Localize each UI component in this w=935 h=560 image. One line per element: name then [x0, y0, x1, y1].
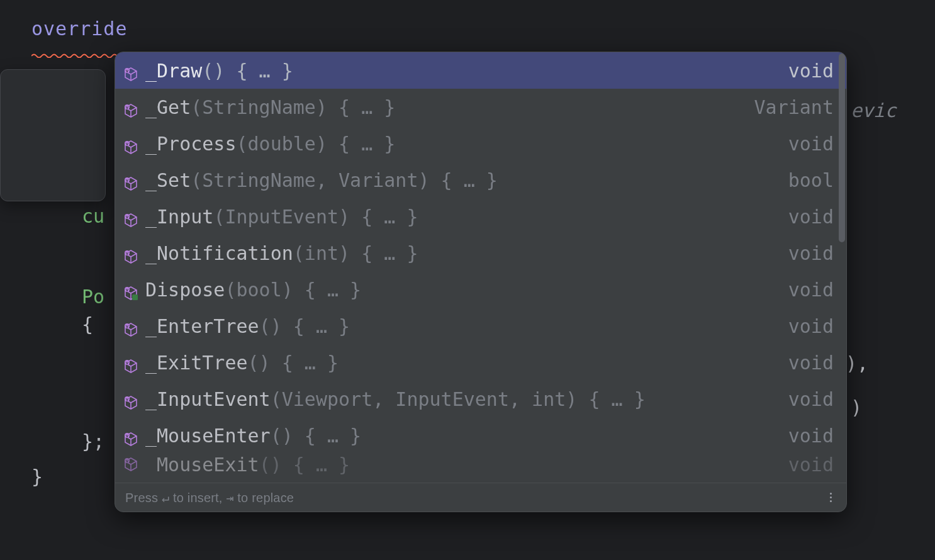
- bg-code-fragment: cu: [82, 205, 104, 227]
- completion-method-signature: (InputEvent) { … }: [213, 206, 418, 228]
- completion-method-signature: () { … }: [202, 60, 293, 82]
- completion-item[interactable]: V _ExitTree() { … }void: [115, 344, 846, 381]
- completion-method-signature: (StringName) { … }: [191, 96, 395, 118]
- completion-label: _Input(InputEvent) { … }: [145, 206, 781, 228]
- svg-text:V: V: [126, 179, 128, 182]
- completion-item[interactable]: V Dispose(bool) { … }void: [115, 271, 846, 308]
- completion-method-signature: (double) { … }: [237, 133, 396, 155]
- completion-method-name: _EnterTree: [145, 315, 259, 337]
- completion-return-type: void: [788, 425, 834, 447]
- method-icon: V: [124, 246, 138, 260]
- completion-method-signature: () { … }: [259, 315, 350, 337]
- svg-text:V: V: [126, 215, 128, 219]
- completion-label: _EnterTree() { … }: [145, 315, 781, 337]
- completion-method-name: _Input: [145, 206, 213, 228]
- completion-label: _Set(StringName, Variant) { … }: [145, 169, 781, 191]
- completion-method-signature: () { … }: [248, 352, 339, 374]
- svg-text:V: V: [126, 288, 128, 292]
- completion-method-name: _Draw: [145, 60, 202, 82]
- completion-return-type: Variant: [754, 96, 834, 118]
- completion-item[interactable]: V _Input(InputEvent) { … }void: [115, 198, 846, 235]
- completion-method-name: _ExitTree: [145, 352, 248, 374]
- svg-rect-14: [132, 294, 138, 300]
- completion-item[interactable]: V _Process(double) { … }void: [115, 125, 846, 162]
- completion-item[interactable]: V _Notification(int) { … }void: [115, 235, 846, 271]
- completion-return-type: void: [788, 279, 834, 301]
- completion-method-name: _Get: [145, 96, 191, 118]
- svg-text:V: V: [126, 69, 128, 73]
- completion-item[interactable]: V _Draw() { … }void: [115, 52, 846, 89]
- code-editor[interactable]: override manually cu Po { }; } evic ), )…: [0, 0, 935, 560]
- error-squiggle: [31, 40, 132, 45]
- completion-item[interactable]: V _MouseEnter() { … }void: [115, 417, 846, 454]
- bg-code-fragment: ): [851, 396, 862, 418]
- completion-label: _ExitTree() { … }: [145, 352, 781, 374]
- bg-code-fragment: ),: [846, 352, 868, 374]
- completion-method-name: _Set: [145, 169, 191, 191]
- method-icon: V: [124, 283, 138, 296]
- completion-method-signature: (StringName, Variant) { … }: [191, 169, 498, 191]
- method-icon: V: [124, 137, 138, 150]
- completion-method-name: _Process: [145, 133, 237, 155]
- svg-text:V: V: [126, 434, 128, 438]
- method-icon: V: [124, 454, 138, 468]
- completion-list[interactable]: V _Draw() { … }void V _Get(StringName) {…: [115, 52, 846, 483]
- method-icon: V: [124, 64, 138, 77]
- bg-code-fragment: {: [82, 313, 93, 335]
- completion-footer: Press ↵ to insert, ⇥ to replace: [115, 483, 846, 512]
- method-icon: V: [124, 210, 138, 223]
- completion-label: _Draw() { … }: [145, 60, 781, 82]
- completion-label: _Notification(int) { … }: [145, 242, 781, 264]
- svg-text:V: V: [126, 398, 128, 401]
- completion-method-signature: (int) { … }: [293, 242, 418, 264]
- completion-return-type: void: [788, 454, 834, 475]
- completion-method-name: _MouseExit: [145, 454, 259, 475]
- completion-method-signature: () { … }: [259, 454, 350, 475]
- bg-code-fragment: }: [31, 466, 43, 488]
- completion-method-signature: (Viewport, InputEvent, int) { … }: [271, 388, 646, 410]
- completion-popup: V _Draw() { … }void V _Get(StringName) {…: [115, 52, 847, 512]
- method-icon: V: [124, 173, 138, 187]
- completion-method-signature: () { … }: [271, 425, 362, 447]
- bg-code-fragment: Po: [82, 286, 104, 308]
- svg-text:V: V: [126, 252, 128, 255]
- completion-return-type: bool: [788, 169, 834, 191]
- completion-method-name: Dispose: [145, 279, 225, 301]
- completion-item[interactable]: V _Get(StringName) { … }Variant: [115, 89, 846, 125]
- doc-panel-peek: [0, 69, 106, 201]
- completion-method-name: _Notification: [145, 242, 293, 264]
- method-icon: V: [124, 356, 138, 369]
- completion-return-type: void: [788, 206, 834, 228]
- completion-method-name: _MouseEnter: [145, 425, 271, 447]
- completion-method-signature: (bool) { … }: [225, 279, 361, 301]
- completion-item[interactable]: V _MouseExit() { … }void: [115, 454, 846, 475]
- completion-item[interactable]: V _InputEvent(Viewport, InputEvent, int)…: [115, 381, 846, 417]
- completion-item[interactable]: V _Set(StringName, Variant) { … }bool: [115, 162, 846, 198]
- scrollbar-track: [839, 53, 845, 478]
- completion-return-type: void: [788, 315, 834, 337]
- bg-code-fragment: evic: [851, 99, 896, 121]
- completion-method-name: _InputEvent: [145, 388, 271, 410]
- completion-label: _MouseEnter() { … }: [145, 425, 781, 447]
- more-icon[interactable]: [825, 490, 836, 505]
- method-icon: V: [124, 319, 138, 333]
- svg-text:V: V: [126, 325, 128, 328]
- completion-return-type: void: [788, 133, 834, 155]
- svg-text:V: V: [126, 106, 128, 109]
- completion-label: _InputEvent(Viewport, InputEvent, int) {…: [145, 388, 781, 410]
- method-icon: V: [124, 428, 138, 442]
- svg-text:V: V: [126, 361, 128, 365]
- svg-text:V: V: [126, 142, 128, 146]
- completion-label: _Process(double) { … }: [145, 133, 781, 155]
- completion-label: _MouseExit() { … }: [145, 454, 781, 475]
- scrollbar-thumb[interactable]: [839, 53, 845, 242]
- completion-return-type: void: [788, 242, 834, 264]
- bg-code-fragment: };: [82, 430, 104, 452]
- completion-label: _Get(StringName) { … }: [145, 96, 747, 118]
- svg-text:V: V: [126, 459, 128, 463]
- override-keyword: override: [31, 18, 128, 40]
- completion-label: Dispose(bool) { … }: [145, 279, 781, 301]
- completion-return-type: void: [788, 352, 834, 374]
- completion-item[interactable]: V _EnterTree() { … }void: [115, 308, 846, 344]
- footer-hint: Press ↵ to insert, ⇥ to replace: [125, 490, 294, 505]
